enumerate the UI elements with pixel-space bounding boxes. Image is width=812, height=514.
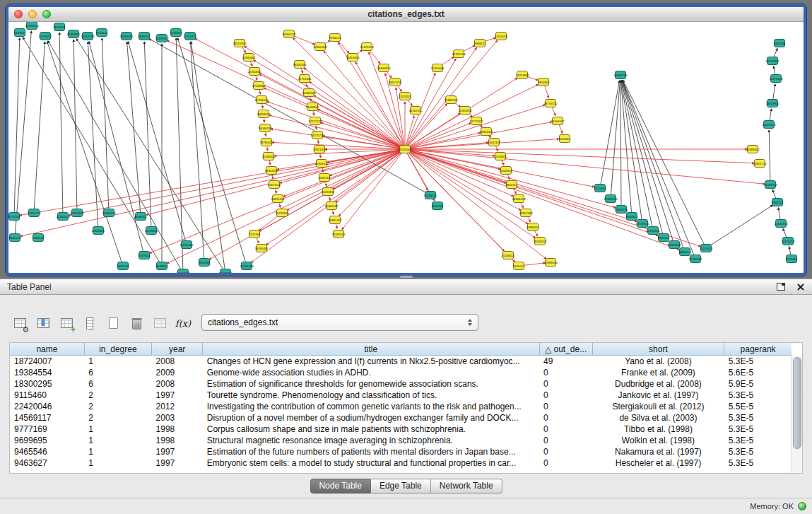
graph-node[interactable]: 16060712 bbox=[282, 30, 296, 38]
cell[interactable]: 2008 bbox=[152, 378, 203, 390]
graph-node[interactable]: 9535216 bbox=[432, 202, 444, 210]
graph-node[interactable]: 10808112 bbox=[92, 227, 105, 235]
table-row[interactable]: 946362711997Embryonic stem cells: a mode… bbox=[10, 457, 792, 469]
cell[interactable]: 1998 bbox=[152, 435, 203, 446]
graph-node[interactable]: 12100354 bbox=[774, 220, 788, 228]
graph-node[interactable]: 10974943 bbox=[515, 71, 529, 79]
cell[interactable]: 5.3E-5 bbox=[724, 390, 792, 401]
graph-node[interactable]: 18300295 bbox=[293, 61, 307, 69]
graph-node[interactable]: 9463627 bbox=[14, 29, 26, 37]
graph-node[interactable]: 14512014 bbox=[81, 33, 95, 40]
cell[interactable]: 0 bbox=[539, 457, 592, 469]
graph-edge[interactable] bbox=[191, 42, 225, 273]
graph-node[interactable]: 10196014 bbox=[25, 22, 39, 30]
graph-edge[interactable] bbox=[144, 42, 151, 230]
graph-node[interactable]: 22420046 bbox=[430, 64, 445, 72]
graph-node[interactable]: 9154412 bbox=[559, 135, 571, 143]
graph-node[interactable]: 16811206 bbox=[271, 195, 285, 203]
table-row[interactable]: 1938455462009Genome-wide association stu… bbox=[10, 367, 792, 378]
graph-node[interactable]: 9115460 bbox=[594, 185, 606, 192]
tab-edge-table[interactable]: Edge Table bbox=[371, 479, 431, 493]
graph-node[interactable]: 25260519 bbox=[56, 213, 70, 221]
graph-node[interactable]: 12754103 bbox=[254, 96, 269, 104]
graph-node[interactable]: 12751441 bbox=[298, 75, 312, 83]
graph-node[interactable]: 9634508 bbox=[54, 23, 66, 31]
cell[interactable]: 5.9E-5 bbox=[724, 378, 792, 390]
graph-node[interactable]: 12899418 bbox=[543, 259, 558, 267]
cell[interactable]: Tourette syndrome. Phenomenology and cla… bbox=[203, 390, 539, 401]
graph-node[interactable]: 16648794 bbox=[613, 71, 628, 79]
graph-node[interactable]: 18813016 bbox=[346, 54, 360, 62]
cell[interactable]: Wolkin et al. (1998) bbox=[592, 435, 724, 446]
graph-node[interactable]: 10996112 bbox=[526, 223, 540, 231]
graph-node[interactable]: 9182212 bbox=[772, 199, 784, 206]
cell[interactable]: 5.3E-5 bbox=[724, 457, 792, 469]
graph-node[interactable]: 18510914 bbox=[233, 40, 247, 47]
cell[interactable]: 0 bbox=[539, 435, 592, 446]
graph-edge[interactable] bbox=[620, 81, 621, 209]
table-row[interactable]: 977716911998Corpus callosum shape and si… bbox=[10, 424, 792, 435]
graph-node[interactable]: 15232811 bbox=[322, 188, 335, 196]
graph-node[interactable]: 12359817 bbox=[66, 30, 81, 38]
graph-node[interactable]: 20858116 bbox=[257, 110, 271, 118]
new-file-icon[interactable] bbox=[105, 315, 122, 332]
graph-node[interactable]: 17871913 bbox=[312, 146, 326, 153]
graph-node[interactable]: 9508514 bbox=[135, 213, 147, 221]
cell[interactable]: 6 bbox=[84, 378, 151, 390]
table-mode-icon[interactable]: ⚙ bbox=[11, 315, 28, 332]
graph-node[interactable]: 14521612 bbox=[762, 121, 776, 129]
edit-columns-icon[interactable]: + bbox=[58, 315, 75, 332]
cell[interactable]: 1 bbox=[84, 435, 151, 446]
graph-edge[interactable] bbox=[405, 149, 658, 235]
graph-node[interactable]: 16722814 bbox=[765, 57, 779, 65]
graph-edge[interactable] bbox=[245, 46, 405, 149]
graph-edge[interactable] bbox=[600, 81, 620, 188]
graph-node[interactable]: 8901912 bbox=[199, 259, 211, 267]
table-row[interactable]: 1872400712008Changes of HCN gene express… bbox=[10, 356, 792, 368]
minimize-button[interactable] bbox=[28, 10, 37, 18]
graph-edge[interactable] bbox=[405, 48, 476, 150]
graph-node[interactable]: 9064812 bbox=[626, 213, 638, 221]
graph-node[interactable]: 10821714 bbox=[753, 160, 767, 168]
cell[interactable]: Disruption of a novel member of a sodium… bbox=[203, 412, 539, 424]
column-header-name[interactable]: name bbox=[10, 343, 84, 356]
graph-edge[interactable] bbox=[59, 33, 63, 216]
graph-node[interactable]: 12940601 bbox=[242, 54, 256, 62]
cell[interactable]: de Silva et al. (2003) bbox=[592, 412, 724, 424]
graph-node[interactable]: 12089312 bbox=[604, 195, 618, 203]
close-panel-icon[interactable] bbox=[796, 283, 805, 291]
cell[interactable]: Corpus callosum shape and size in male p… bbox=[203, 424, 539, 435]
graph-node[interactable]: 15510714 bbox=[699, 245, 713, 252]
cell[interactable]: 0 bbox=[539, 401, 592, 412]
graph-edge[interactable] bbox=[310, 82, 406, 149]
graph-node[interactable]: 8845912 bbox=[139, 33, 151, 40]
cell[interactable]: 5.3E-5 bbox=[724, 435, 792, 446]
graph-node[interactable]: 9948112 bbox=[474, 40, 486, 47]
cell[interactable]: 9465546 bbox=[10, 446, 84, 457]
graph-node[interactable]: 9860212 bbox=[679, 248, 691, 256]
graph-node[interactable]: 15924918 bbox=[458, 107, 472, 115]
graph-node[interactable]: 16646910 bbox=[377, 64, 391, 72]
tab-node-table[interactable]: Node Table bbox=[310, 479, 371, 493]
cell[interactable]: Stergiakouli et al. (2012) bbox=[592, 401, 724, 412]
graph-edge[interactable] bbox=[623, 81, 685, 252]
table-row[interactable]: 2242004622012Investigating the contribut… bbox=[10, 401, 792, 412]
cell[interactable]: 1997 bbox=[152, 457, 203, 469]
cell[interactable]: 1 bbox=[84, 457, 151, 469]
cell[interactable]: Franke et al. (2009) bbox=[592, 367, 724, 378]
graph-node[interactable]: 22600318 bbox=[313, 43, 327, 51]
tab-network-table[interactable]: Network Table bbox=[431, 479, 502, 493]
graph-node[interactable]: 8245112 bbox=[658, 234, 670, 242]
graph-edge[interactable] bbox=[621, 81, 642, 223]
graph-node[interactable]: 10739918 bbox=[275, 209, 289, 217]
graph-node[interactable]: 9377514 bbox=[139, 252, 151, 259]
graph-node[interactable]: 15764418 bbox=[240, 262, 254, 270]
cell[interactable]: 9699695 bbox=[10, 435, 84, 446]
cell[interactable]: Yano et al. (2008) bbox=[592, 356, 724, 368]
graph-node[interactable]: 12757122 bbox=[308, 117, 322, 125]
cell[interactable]: 5.3E-5 bbox=[724, 412, 792, 424]
cell[interactable]: 5.3E-5 bbox=[724, 446, 792, 457]
cell[interactable]: Estimation of the future numbers of pati… bbox=[203, 446, 539, 457]
cell[interactable]: Dudbridge et al. (2008) bbox=[592, 378, 724, 390]
cell[interactable]: 0 bbox=[539, 446, 592, 457]
